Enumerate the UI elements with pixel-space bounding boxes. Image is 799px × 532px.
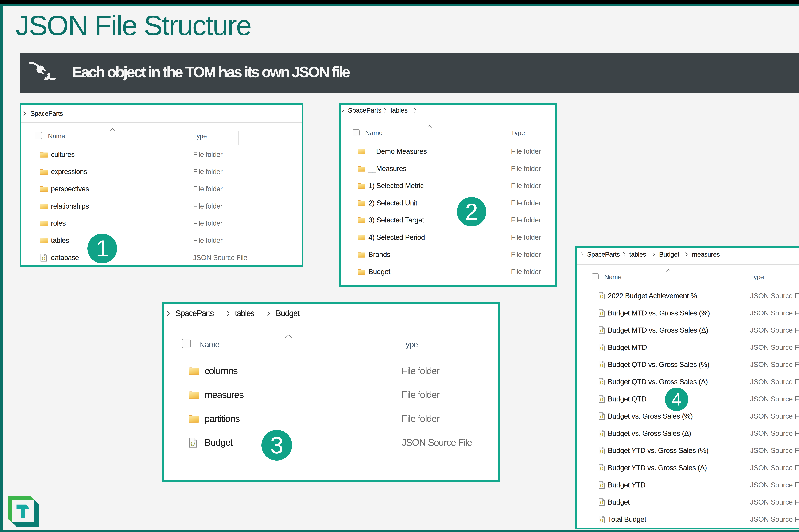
svg-text:{}: {} [600,518,603,522]
svg-text:{}: {} [600,381,603,384]
svg-text:{}: {} [600,329,603,333]
svg-text:{}: {} [600,346,603,350]
svg-text:{}: {} [600,467,603,470]
svg-text:{}: {} [41,256,45,260]
svg-text:{}: {} [600,295,603,298]
svg-text:{}: {} [600,484,603,488]
svg-text:{}: {} [600,415,603,419]
svg-text:{}: {} [600,364,603,367]
svg-text:{}: {} [600,501,603,505]
svg-text:{}: {} [600,433,603,436]
svg-text:{}: {} [190,441,195,446]
svg-text:{}: {} [600,312,603,316]
svg-text:{}: {} [600,450,603,453]
svg-text:{}: {} [600,398,603,402]
